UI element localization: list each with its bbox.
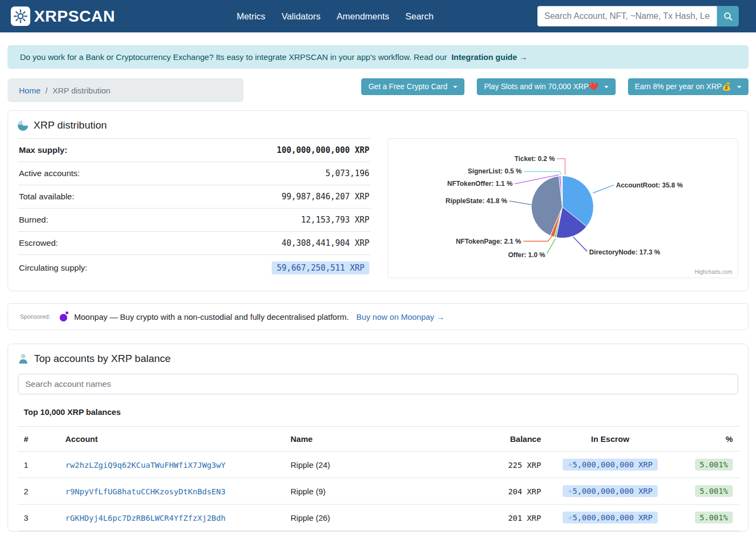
chevron-down-icon [737,86,741,88]
rank-cell: 1 [18,452,61,478]
brand-logo[interactable]: XRPSCAN [11,6,115,26]
account-name: Ripple (26) [286,505,448,531]
row-label: Circulating supply: [18,255,164,281]
promo-button-play-slots[interactable]: Play Slots and win 70,000 XRP❤️ [477,78,615,95]
promo-label: Get a Free Crypto Card [368,82,447,91]
rank-cell: 3 [18,505,61,531]
page-title: XRP distribution [33,119,107,131]
pie-connector-ticket [557,159,565,175]
sponsored-text: Moonpay — Buy crypto with a non-custodia… [74,312,349,321]
pie-connector-ripplestate [509,201,532,205]
account-link[interactable]: rGKHDyj4L6pc7DzRB6LWCR4YfZfzXj2Bdh [65,514,226,522]
distribution-row-total-available: Total available: 99,987,846,207 XRP [18,185,370,209]
breadcrumb-current: XRP distribution [52,86,110,95]
escrow-badge: +5,000,000,000 XRP [563,485,657,497]
moonpay-logo-icon [59,311,70,323]
row-label: Burned: [18,209,164,232]
col-rank: # [18,427,61,452]
integration-banner: Do you work for a Bank or Cryptocurrency… [8,45,748,69]
escrow-badge: +5,000,000,000 XRP [563,459,657,471]
top-accounts-header: Top accounts by XRP balance [8,344,748,372]
account-link[interactable]: rw2hzLZgiQ9q62KCuaTWuFHWfiX7JWg3wY [65,461,226,469]
sponsored-bar: Sponsored: Moonpay — Buy crypto with a n… [8,303,748,330]
sponsored-label: Sponsored: [20,313,50,320]
promo-button-crypto-card[interactable]: Get a Free Crypto Card [361,78,464,95]
distribution-row-max-supply: Max supply: 100,000,000,000 XRP [18,139,370,162]
promo-label: Earn 8% per year on XRP💰 [635,82,732,91]
promo-button-earn-xrp[interactable]: Earn 8% per year on XRP💰 [628,78,748,95]
nav-validators[interactable]: Validators [281,11,320,22]
section-title: Top accounts by XRP balance [34,353,171,365]
table-header-row: # Account Name Balance In Escrow % [18,427,739,452]
global-search-input[interactable] [537,6,717,26]
account-name: Ripple (9) [286,478,448,505]
chevron-down-icon [453,86,457,88]
brand-name: XRPSCAN [34,7,115,25]
sponsored-link[interactable]: Buy now on Moonpay → [356,312,444,321]
pie-connector-directorynode [573,237,587,252]
balance-value: 225 XRP [508,461,541,469]
banner-text: Do you work for a Bank or Cryptocurrency… [20,52,447,62]
breadcrumb: Home / XRP distribution [8,78,244,102]
circulating-supply-badge: 59,667,250,511 XRP [272,261,369,274]
global-search [537,6,739,26]
pie-label-nftokenpage: NFTokenPage: 2.1 % [456,238,521,245]
pie-connector-signerlist [524,172,561,175]
nav-amendments[interactable]: Amendments [337,11,389,22]
breadcrumb-home-link[interactable]: Home [19,86,40,95]
pie-chart-icon [18,120,28,131]
balance-value: 204 XRP [508,487,541,496]
row-value: 40,308,441,904 XRP [164,232,370,255]
person-icon [18,353,29,364]
account-link[interactable]: r9NpyVfLfUG8hatuCCHKzosyDtKnBdsEN3 [65,487,226,496]
pie-slice-ticket[interactable] [562,176,563,207]
search-icon [723,11,733,21]
col-name: Name [286,427,448,452]
row-label: Total available: [18,185,164,209]
row-label: Max supply: [18,139,164,162]
row-value: 100,000,000,000 XRP [164,139,370,162]
integration-guide-link[interactable]: Integration guide → [451,52,528,62]
distribution-row-burned: Burned: 12,153,793 XRP [18,209,370,232]
row-value: 99,987,846,207 XRP [164,185,370,209]
col-balance: Balance [448,427,545,452]
percent-badge: 5.001% [695,485,733,497]
pie-label-ticket: Ticket: 0.2 % [515,155,555,163]
pie-label-offer: Offer: 1.0 % [508,251,545,259]
percent-badge: 5.001% [695,459,733,471]
xrp-distribution-card: XRP distribution Max supply: 100,000,000… [8,110,748,291]
chevron-down-icon [604,86,609,88]
pie-connector-nftokenpage [523,236,552,241]
distribution-row-circulating-supply: Circulating supply: 59,667,250,511 XRP [18,255,370,281]
table-row: 2 r9NpyVfLfUG8hatuCCHKzosyDtKnBdsEN3 Rip… [18,478,739,505]
promo-buttons: Get a Free Crypto Card Play Slots and wi… [361,78,748,95]
table-row: 1 rw2hzLZgiQ9q62KCuaTWuFHWfiX7JWg3wY Rip… [18,452,739,478]
col-in-escrow: In Escrow [545,427,675,452]
nav-search[interactable]: Search [406,11,434,22]
row-value: 59,667,250,511 XRP [164,255,370,281]
pie-label-nftokenoffer: NFTokenOffer: 1.1 % [447,180,512,187]
top-accounts-card: Top accounts by XRP balance Top 10,000 X… [8,344,748,532]
pie-connector-accountroot [593,185,614,193]
pie-label-accountroot: AccountRoot: 35.8 % [616,182,683,189]
table-row: 3 rGKHDyj4L6pc7DzRB6LWCR4YfZfzXj2Bdh Rip… [18,505,739,531]
distribution-table: Max supply: 100,000,000,000 XRP Active a… [18,138,370,281]
top-accounts-table: # Account Name Balance In Escrow % 1 rw2… [18,426,739,531]
row-value: 5,073,196 [164,162,370,185]
xrp-distribution-body: Max supply: 100,000,000,000 XRP Active a… [8,138,748,291]
table-subtitle: Top 10,000 XRP balances [8,403,748,426]
rank-cell: 2 [18,478,61,505]
distribution-row-escrowed: Escrowed: 40,308,441,904 XRP [18,232,370,255]
pie-label-ripplestate: RippleState: 41.8 % [446,197,507,205]
navbar: XRPSCAN Metrics Validators Amendments Se… [0,0,756,32]
row-label: Escrowed: [18,232,164,255]
highcharts-credit[interactable]: Highcharts.com [695,269,732,275]
account-names-search-input[interactable] [18,374,738,394]
pie-label-directorynode: DirectoryNode: 17.3 % [589,249,660,256]
distribution-row-active-accounts: Active accounts: 5,073,196 [18,162,370,185]
nav-metrics[interactable]: Metrics [237,11,265,22]
account-name: Ripple (24) [286,452,448,478]
global-search-button[interactable] [717,6,739,26]
promo-label: Play Slots and win 70,000 XRP❤️ [484,82,598,91]
escrow-badge: +5,000,000,000 XRP [563,512,657,523]
